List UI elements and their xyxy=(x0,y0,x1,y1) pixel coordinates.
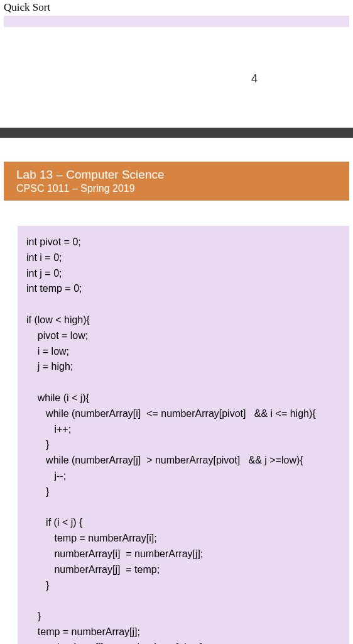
code-block: int pivot = 0; int i = 0; int j = 0; int… xyxy=(18,226,349,644)
page-number-region: 4 xyxy=(0,27,353,121)
header-code-spacer xyxy=(4,201,349,226)
lab-header-subtitle: CPSC 1011 – Spring 2019 xyxy=(16,183,337,194)
page-top-title: Quick Sort xyxy=(0,0,353,16)
lavender-strip xyxy=(4,16,349,27)
lab-header: Lab 13 – Computer Science CPSC 1011 – Sp… xyxy=(4,162,349,201)
gap xyxy=(0,138,353,162)
lab-header-title: Lab 13 – Computer Science xyxy=(16,168,337,182)
page-number: 4 xyxy=(251,72,258,86)
slide-divider-shadow xyxy=(0,128,353,138)
